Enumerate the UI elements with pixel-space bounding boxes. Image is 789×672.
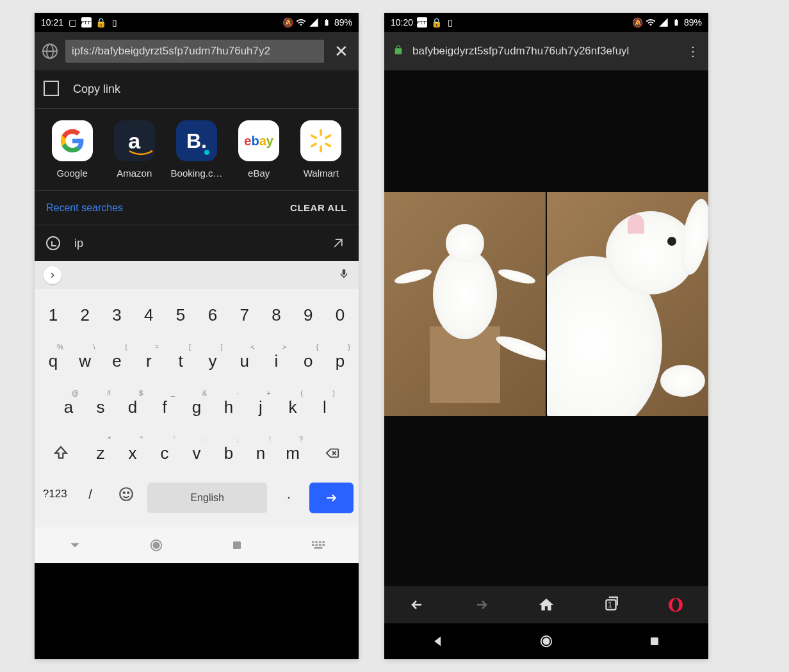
key-8[interactable]: 8: [261, 294, 292, 335]
system-nav-bar: [35, 527, 359, 563]
walmart-icon: [300, 120, 341, 161]
tabs-button[interactable]: 1: [601, 595, 621, 614]
svg-rect-1: [320, 145, 323, 152]
history-item[interactable]: ip: [35, 225, 359, 261]
key-0[interactable]: 0: [325, 294, 355, 335]
key-9[interactable]: 9: [293, 294, 323, 335]
key-u[interactable]: u<: [229, 340, 260, 381]
phone-right: 10:20 IFTTT 🔒 ▯ 🔕 89% bafybeigdyrzt5sfp7…: [384, 13, 708, 659]
status-time: 10:20: [391, 17, 413, 28]
status-bar: 10:20 IFTTT 🔒 ▯ 🔕 89%: [384, 13, 708, 32]
status-bar: 10:21 ▢ IFTTT 🔒 ▯ 🔕 89%: [35, 13, 359, 32]
key-g[interactable]: g&: [181, 387, 212, 428]
key-c[interactable]: c': [149, 433, 180, 474]
key-k[interactable]: k(: [277, 387, 308, 428]
address-bar: ✕: [35, 32, 359, 70]
keyboard: 1234567890 q%w\e|r=t[y]u<i>o{p} a@s#d$f_…: [35, 289, 359, 527]
key-r[interactable]: r=: [133, 340, 164, 381]
system-nav-bar: [384, 623, 708, 659]
key-w[interactable]: w\: [70, 340, 101, 381]
notif-battery-icon: ▯: [110, 17, 120, 28]
mic-icon[interactable]: [338, 266, 350, 284]
key-f[interactable]: f_: [149, 387, 180, 428]
key-v[interactable]: v:: [181, 433, 212, 474]
tile-amazon[interactable]: a Amazon: [106, 120, 163, 179]
nav-home-icon[interactable]: [537, 632, 555, 650]
key-6[interactable]: 6: [197, 294, 228, 335]
key-7[interactable]: 7: [229, 294, 260, 335]
tile-ebay[interactable]: ebay eBay: [230, 120, 288, 179]
tile-walmart[interactable]: Walmart: [292, 120, 350, 179]
key-e[interactable]: e|: [102, 340, 133, 381]
battery-icon: [321, 17, 332, 28]
key-a[interactable]: a@: [53, 387, 84, 428]
space-key[interactable]: English: [147, 483, 267, 513]
nav-keyboard-switch-icon[interactable]: [309, 536, 328, 555]
svg-point-23: [672, 598, 679, 611]
tile-label: Amazon: [117, 168, 152, 179]
key-i[interactable]: i>: [261, 340, 292, 381]
ebay-icon: ebay: [238, 120, 279, 161]
clear-url-button[interactable]: ✕: [332, 42, 351, 61]
key-s[interactable]: s#: [85, 387, 116, 428]
address-bar[interactable]: bafybeigdyrzt5sfp7udm7hu76uh7y26nf3efuyl…: [384, 32, 708, 70]
tile-booking[interactable]: B. Booking.c…: [168, 120, 225, 179]
nav-hide-keyboard-icon[interactable]: [65, 536, 85, 555]
nav-recents-icon[interactable]: [646, 632, 663, 650]
menu-dots-icon[interactable]: ⋮: [687, 44, 699, 59]
image-right-half: [546, 192, 708, 416]
key-4[interactable]: 4: [133, 294, 164, 335]
wifi-icon: [646, 17, 656, 28]
emoji-key[interactable]: [109, 479, 143, 509]
insert-arrow-icon[interactable]: [329, 234, 347, 252]
key-d[interactable]: d$: [117, 387, 148, 428]
key-n[interactable]: n!: [245, 433, 276, 474]
symbols-key[interactable]: ?123: [38, 479, 72, 509]
key-y[interactable]: y]: [197, 340, 228, 381]
period-key[interactable]: .: [272, 479, 305, 509]
content-image: [384, 192, 708, 416]
key-h[interactable]: h-: [213, 387, 244, 428]
key-t[interactable]: t[: [165, 340, 196, 381]
key-z[interactable]: z*: [85, 433, 116, 474]
clear-all-button[interactable]: CLEAR ALL: [290, 202, 347, 213]
key-l[interactable]: l): [309, 387, 340, 428]
google-icon: [52, 120, 93, 161]
chevron-right-icon[interactable]: [44, 266, 61, 284]
tile-google[interactable]: Google: [44, 120, 101, 179]
notif-ifttt-icon: IFTTT: [81, 17, 92, 28]
nav-recents-icon[interactable]: [227, 536, 247, 555]
nav-home-icon[interactable]: [147, 536, 166, 555]
svg-rect-26: [651, 637, 658, 645]
key-m[interactable]: m?: [277, 433, 308, 474]
key-j[interactable]: j+: [245, 387, 276, 428]
svg-rect-18: [319, 544, 321, 546]
history-text: ip: [74, 237, 315, 250]
enter-key[interactable]: [309, 483, 354, 513]
backspace-key[interactable]: [309, 433, 355, 474]
home-button[interactable]: [537, 595, 556, 614]
copy-link-row[interactable]: Copy link: [35, 70, 359, 109]
url-input[interactable]: [65, 40, 324, 63]
svg-point-6: [120, 488, 133, 500]
key-2[interactable]: 2: [70, 294, 101, 335]
amazon-icon: a: [114, 120, 155, 161]
opera-menu-button[interactable]: [666, 595, 685, 614]
key-o[interactable]: o{: [293, 340, 323, 381]
svg-rect-4: [311, 134, 318, 140]
key-q[interactable]: q%: [38, 340, 69, 381]
signal-icon: [309, 17, 319, 28]
key-3[interactable]: 3: [102, 294, 133, 335]
nav-back-icon[interactable]: [429, 632, 447, 650]
key-p[interactable]: p}: [325, 340, 355, 381]
forward-button[interactable]: [472, 595, 491, 614]
svg-rect-13: [315, 541, 318, 543]
back-button[interactable]: [407, 595, 427, 614]
shift-key[interactable]: [38, 433, 84, 474]
notif-lock-icon: 🔒: [95, 17, 106, 28]
key-5[interactable]: 5: [165, 294, 196, 335]
slash-key[interactable]: /: [73, 479, 107, 509]
key-1[interactable]: 1: [38, 294, 69, 335]
key-x[interactable]: x": [117, 433, 148, 474]
key-b[interactable]: b;: [213, 433, 244, 474]
